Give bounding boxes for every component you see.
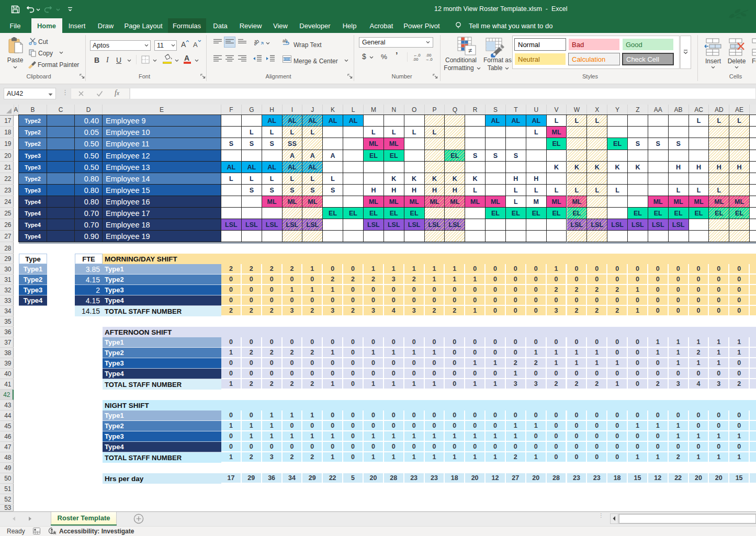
svg-text:ab: ab xyxy=(254,38,261,47)
svg-text:.00: .00 xyxy=(413,57,418,61)
svg-text:→.0: →.0 xyxy=(425,57,433,61)
svg-text:≠: ≠ xyxy=(468,47,472,54)
